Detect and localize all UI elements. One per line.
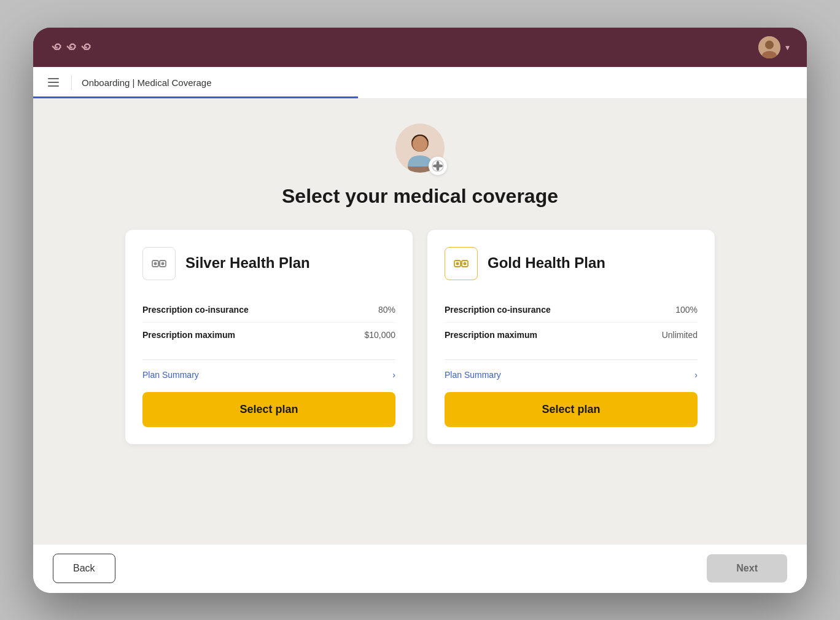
content-area: Select your medical coverage [33, 99, 807, 544]
silver-chevron-right-icon: › [392, 370, 395, 380]
nav-bar: Onboarding | Medical Coverage [33, 67, 807, 99]
page-title: Select your medical coverage [282, 185, 558, 208]
gold-plan-details: Prescription co-insurance 100% Prescript… [445, 297, 698, 347]
gold-select-button[interactable]: Select plan [445, 392, 698, 427]
silver-select-button[interactable]: Select plan [142, 392, 395, 427]
hero-section: Select your medical coverage [282, 124, 558, 208]
gold-plan-icon [445, 247, 478, 280]
gold-summary-link[interactable]: Plan Summary › [445, 370, 698, 380]
svg-rect-11 [434, 164, 442, 167]
app-logo: ꩜꩜꩜ [50, 39, 95, 55]
hero-avatar [395, 124, 445, 173]
next-button[interactable]: Next [707, 554, 787, 583]
svg-point-6 [413, 136, 427, 152]
progress-bar [33, 96, 358, 98]
silver-plan-header: Silver Health Plan [142, 247, 395, 280]
top-bar: ꩜꩜꩜ ▾ [33, 28, 807, 67]
user-avatar [758, 36, 780, 58]
main-area: Onboarding | Medical Coverage [33, 67, 807, 593]
gold-row-2-value: Unlimited [662, 330, 698, 340]
silver-plan-icon [142, 247, 176, 280]
silver-row-1: Prescription co-insurance 80% [142, 297, 395, 323]
silver-summary-text: Plan Summary [142, 370, 199, 380]
svg-point-1 [765, 41, 774, 49]
back-button[interactable]: Back [53, 554, 115, 583]
silver-divider [142, 359, 395, 360]
device-frame: ꩜꩜꩜ ▾ Onboarding | Medical Coverage [33, 28, 807, 593]
silver-plan-details: Prescription co-insurance 80% Prescripti… [142, 297, 395, 347]
chevron-down-icon: ▾ [785, 42, 790, 52]
gold-chevron-right-icon: › [694, 370, 698, 380]
nav-divider [71, 75, 72, 90]
gold-row-2: Prescription maximum Unlimited [445, 323, 698, 347]
silver-row-2-value: $10,000 [364, 330, 395, 340]
gold-summary-text: Plan Summary [445, 370, 501, 380]
gold-plan-header: Gold Health Plan [445, 247, 698, 280]
bottom-bar: Back Next [33, 544, 807, 593]
plans-container: Silver Health Plan Prescription co-insur… [125, 230, 715, 444]
medical-badge [429, 157, 447, 175]
gold-plan-name: Gold Health Plan [488, 254, 605, 272]
hamburger-menu[interactable] [45, 76, 61, 89]
user-menu[interactable]: ▾ [758, 36, 790, 58]
gold-row-1-value: 100% [675, 305, 698, 315]
silver-row-1-label: Prescription co-insurance [142, 305, 249, 315]
gold-divider [445, 359, 698, 360]
silver-plan-name: Silver Health Plan [185, 254, 310, 272]
silver-summary-link[interactable]: Plan Summary › [142, 370, 395, 380]
silver-row-2-label: Prescription maximum [142, 330, 235, 340]
gold-row-1: Prescription co-insurance 100% [445, 297, 698, 323]
svg-point-16 [154, 262, 157, 265]
breadcrumb: Onboarding | Medical Coverage [82, 77, 212, 88]
gold-plan-card: Gold Health Plan Prescription co-insuran… [427, 230, 715, 444]
gold-row-2-label: Prescription maximum [445, 330, 537, 340]
svg-point-22 [464, 262, 467, 265]
gold-row-1-label: Prescription co-insurance [445, 305, 551, 315]
svg-point-17 [161, 262, 165, 265]
silver-row-1-value: 80% [378, 305, 395, 315]
silver-row-2: Prescription maximum $10,000 [142, 323, 395, 347]
silver-plan-card: Silver Health Plan Prescription co-insur… [125, 230, 413, 444]
svg-point-21 [456, 262, 459, 265]
